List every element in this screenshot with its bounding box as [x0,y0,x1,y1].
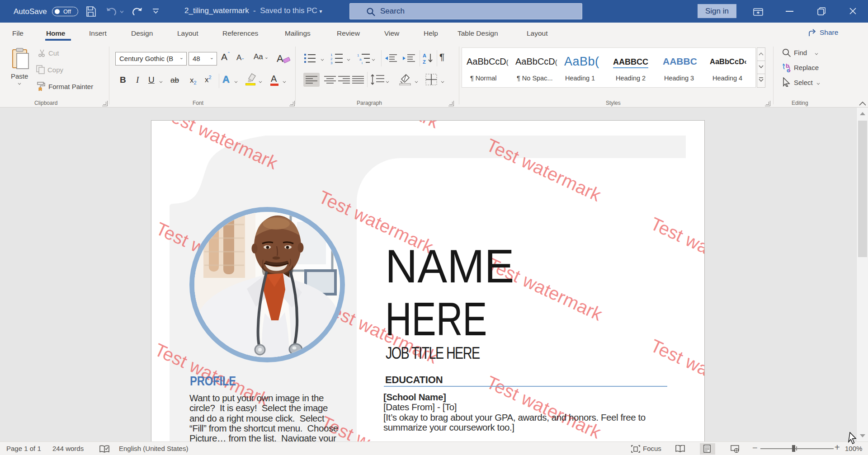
svg-text:3: 3 [330,61,333,64]
svg-text:1: 1 [357,53,359,57]
svg-text:A: A [423,53,426,58]
svg-text:i: i [362,61,363,64]
svg-text:1: 1 [330,53,333,57]
svg-text:A: A [277,53,283,64]
svg-text:Z: Z [423,59,426,64]
svg-text:2: 2 [330,57,333,61]
